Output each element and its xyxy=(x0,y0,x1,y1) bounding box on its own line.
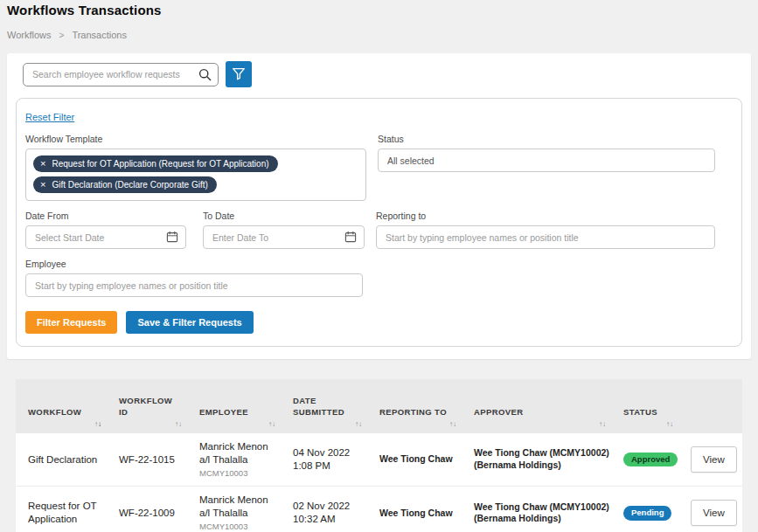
employee-input[interactable] xyxy=(25,273,363,297)
filter-panel: Reset Filter Workflow Template × Request… xyxy=(16,98,742,347)
calendar-icon[interactable] xyxy=(344,230,358,247)
cell-date-submitted: 04 Nov 2022 1:08 PM xyxy=(281,439,367,480)
column-header-status[interactable]: STATUS ↑↓ xyxy=(611,379,678,433)
date-from-label: Date From xyxy=(25,211,186,221)
column-header-approver[interactable]: APPROVER ↑↓ xyxy=(462,379,611,433)
column-header-date-submitted[interactable]: DATE SUBMITTED ↑↓ xyxy=(281,379,367,433)
remove-tag-icon[interactable]: × xyxy=(40,180,45,190)
status-badge: Approved xyxy=(623,453,678,467)
column-header-employee[interactable]: EMPLOYEE ↑↓ xyxy=(187,379,281,433)
column-header-workflow[interactable]: WORKFLOW ↑↓ xyxy=(16,379,107,433)
to-date-input[interactable] xyxy=(203,225,365,249)
filter-toggle-button[interactable] xyxy=(226,61,252,87)
calendar-icon[interactable] xyxy=(165,230,179,247)
employee-name: Manrick Menon a/l Thalalla xyxy=(199,494,274,520)
template-tag: × Request for OT Application (Request fo… xyxy=(33,155,278,172)
search-icon[interactable] xyxy=(198,67,212,86)
filter-card: Reset Filter Workflow Template × Request… xyxy=(7,53,751,359)
sort-icon[interactable]: ↑↓ xyxy=(666,421,673,428)
cell-reporting-to: Wee Tiong Chaw xyxy=(367,501,462,527)
status-select[interactable] xyxy=(378,149,715,172)
sort-icon[interactable]: ↑↓ xyxy=(94,421,101,428)
remove-tag-icon[interactable]: × xyxy=(40,159,45,169)
cell-workflow-id: WF-22-1009 xyxy=(107,500,187,527)
workflow-template-label: Workflow Template xyxy=(25,134,366,144)
cell-date-submitted: 02 Nov 2022 10:32 AM xyxy=(281,493,367,532)
reporting-to-label: Reporting to xyxy=(376,211,715,221)
cell-status: Pending xyxy=(611,499,678,528)
employee-name: Manrick Menon a/l Thalalla xyxy=(199,440,274,466)
cell-employee: Manrick Menon a/l Thalalla MCMY10003 xyxy=(187,433,281,486)
template-tag-label: Gift Declaration (Declare Corporate Gift… xyxy=(52,181,207,190)
template-tag-label: Request for OT Application (Request for … xyxy=(52,160,268,169)
cell-reporting-to: Wee Tiong Chaw xyxy=(367,446,462,473)
cell-action: View xyxy=(678,493,742,532)
table-row: Gift Declaration WF-22-1015 Manrick Meno… xyxy=(16,433,742,487)
employee-id: MCMY10003 xyxy=(199,522,274,532)
view-button[interactable]: View xyxy=(691,500,737,526)
sort-icon[interactable]: ↑↓ xyxy=(175,421,182,428)
save-filter-requests-button[interactable]: Save & Filter Requests xyxy=(126,311,253,334)
employee-id: MCMY10003 xyxy=(199,468,274,479)
date-from-input[interactable] xyxy=(25,225,186,249)
employee-label: Employee xyxy=(25,259,363,269)
cell-workflow: Request for OT Application xyxy=(16,493,107,532)
search-toolbar xyxy=(14,59,744,87)
reset-filter-link[interactable]: Reset Filter xyxy=(25,112,74,122)
view-button[interactable]: View xyxy=(691,446,737,473)
breadcrumb: Workflows > Transactions xyxy=(7,30,758,40)
workflow-template-multiselect[interactable]: × Request for OT Application (Request fo… xyxy=(25,149,366,201)
sort-icon[interactable]: ↑↓ xyxy=(449,421,456,428)
breadcrumb-workflows[interactable]: Workflows xyxy=(7,30,52,40)
column-header-workflow-id[interactable]: WORKFLOW ID ↑↓ xyxy=(107,379,187,433)
filter-requests-button[interactable]: Filter Requests xyxy=(25,311,117,334)
funnel-icon xyxy=(231,66,247,84)
requests-table: WORKFLOW ↑↓ WORKFLOW ID ↑↓ EMPLOYEE ↑↓ D… xyxy=(16,379,742,532)
cell-workflow-id: WF-22-1015 xyxy=(107,446,187,473)
reporting-to-input[interactable] xyxy=(376,225,715,249)
page-title: Workflows Transactions xyxy=(7,3,758,17)
cell-employee: Manrick Menon a/l Thalalla MCMY10003 xyxy=(187,487,281,532)
table-row: Request for OT Application WF-22-1009 Ma… xyxy=(16,487,742,532)
column-header-reporting-to[interactable]: REPORTING TO ↑↓ xyxy=(367,379,462,433)
sort-icon[interactable]: ↑↓ xyxy=(268,421,275,428)
status-label: Status xyxy=(378,134,715,144)
cell-approver: Wee Tiong Chaw (MCMY10002) (Bernama Hold… xyxy=(462,494,611,532)
cell-approver: Wee Tiong Chaw (MCMY10002) (Bernama Hold… xyxy=(462,440,611,478)
table-header-row: WORKFLOW ↑↓ WORKFLOW ID ↑↓ EMPLOYEE ↑↓ D… xyxy=(16,379,742,433)
cell-workflow: Gift Declaration xyxy=(16,446,107,473)
cell-action: View xyxy=(678,439,742,480)
breadcrumb-transactions: Transactions xyxy=(72,30,127,40)
search-input[interactable] xyxy=(23,63,219,86)
to-date-label: To Date xyxy=(203,211,365,221)
cell-status: Approved xyxy=(611,446,678,474)
template-tag: × Gift Declaration (Declare Corporate Gi… xyxy=(33,176,217,193)
breadcrumb-separator-icon: > xyxy=(59,31,65,40)
sort-icon[interactable]: ↑↓ xyxy=(355,421,362,428)
column-header-actions xyxy=(678,379,742,433)
sort-icon[interactable]: ↑↓ xyxy=(599,421,606,428)
status-badge: Pending xyxy=(623,506,671,521)
